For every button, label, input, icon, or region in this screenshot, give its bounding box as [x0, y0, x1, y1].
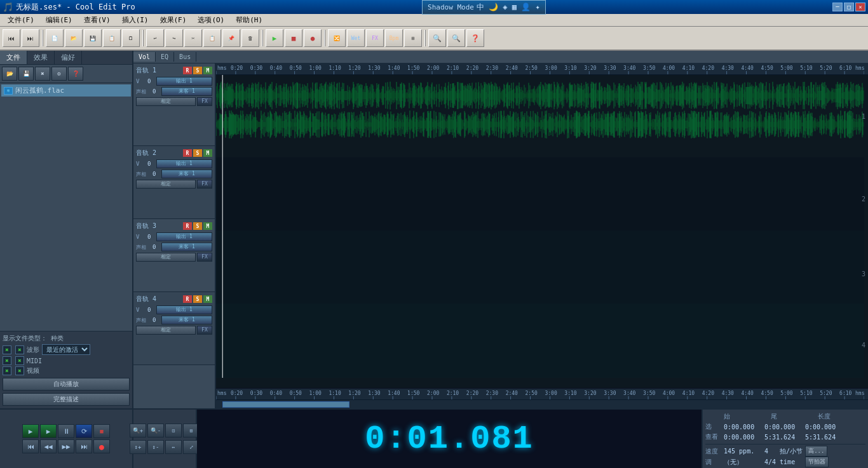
- zoom-out-h-btn[interactable]: 🔍-: [147, 424, 164, 438]
- maximize-button[interactable]: □: [844, 3, 854, 11]
- chord-button[interactable]: 节拍器: [805, 457, 829, 467]
- checkbox-video[interactable]: ✖: [3, 366, 11, 375]
- track-4-m-btn[interactable]: M: [203, 295, 212, 303]
- high-button[interactable]: 高...: [805, 446, 827, 457]
- fast-forward-button[interactable]: ▶▶: [58, 439, 74, 453]
- menu-view[interactable]: 查看(V): [79, 14, 116, 26]
- track-4-settings-btn[interactable]: 相定: [136, 326, 196, 335]
- stop-all-button[interactable]: ■: [93, 424, 110, 438]
- track-2-m-btn[interactable]: M: [203, 149, 212, 157]
- track-1-s-btn[interactable]: S: [193, 67, 202, 74]
- toolbar-open-btn[interactable]: 📂: [65, 29, 83, 47]
- track-1-settings-btn[interactable]: 相定: [136, 97, 196, 106]
- tab-bus[interactable]: Bus: [174, 52, 196, 62]
- toolbar-copy-btn[interactable]: 📋: [203, 29, 221, 47]
- track-1-fx-btn[interactable]: FX: [197, 97, 212, 106]
- track-3-m-btn[interactable]: M: [203, 222, 212, 230]
- track-4-r-btn[interactable]: R: [183, 295, 192, 303]
- toolbar-rewind-btn[interactable]: ⏮: [3, 29, 20, 47]
- track-1-m-btn[interactable]: M: [203, 67, 212, 74]
- checkbox-midi[interactable]: ✖: [3, 356, 11, 365]
- menu-edit[interactable]: 编辑(E): [41, 14, 78, 26]
- horizontal-scrollbar[interactable]: [216, 399, 868, 408]
- track-2-settings-btn[interactable]: 相定: [136, 180, 196, 189]
- track-1-source-btn[interactable]: 来客 1: [161, 87, 212, 96]
- goto-start-button[interactable]: ⏮: [22, 439, 39, 453]
- track-1-r-btn[interactable]: R: [183, 67, 192, 74]
- track-2-fx-btn[interactable]: FX: [197, 180, 212, 189]
- file-item[interactable]: ≋ 闲云孤鹤.flac: [1, 84, 131, 97]
- menu-options[interactable]: 选项(O): [193, 14, 229, 26]
- file-open-btn[interactable]: 📂: [2, 67, 17, 81]
- fade-button[interactable]: 完整描述: [3, 393, 130, 406]
- minimize-button[interactable]: ─: [832, 3, 843, 11]
- toolbar-snap-btn[interactable]: ⊞: [404, 29, 422, 47]
- shadow-mode-bar[interactable]: Shadow Mode 中 🌙 ◈ ▦ 👤 ✦: [422, 0, 546, 15]
- checkbox-midi2[interactable]: ✖: [15, 356, 24, 365]
- toolbar-del-btn[interactable]: 🗑: [241, 29, 259, 47]
- checkbox-video2[interactable]: ✖: [15, 366, 24, 375]
- toolbar-new-btn[interactable]: 📄: [46, 29, 64, 47]
- tab-preferences[interactable]: 偏好: [55, 51, 82, 64]
- checkbox-wave2[interactable]: ✖: [15, 345, 24, 354]
- track-4-source-btn[interactable]: 来客 1: [161, 316, 212, 324]
- toolbar-fx-btn[interactable]: FX: [366, 29, 384, 47]
- toolbar-wet-btn[interactable]: Wet: [347, 29, 365, 47]
- zoom-sel-btn[interactable]: ⊡: [165, 424, 182, 438]
- zoom-in-v-btn[interactable]: ↕+: [130, 440, 146, 454]
- pause-button[interactable]: ⏸: [58, 424, 74, 438]
- track-3-fx-btn[interactable]: FX: [197, 253, 212, 262]
- toolbar-mixin-btn[interactable]: 🔀: [328, 29, 346, 47]
- track-4-fx-btn[interactable]: FX: [197, 326, 212, 335]
- type-wave-dropdown[interactable]: 最近的激活: [42, 344, 90, 355]
- tab-eq[interactable]: EQ: [156, 52, 174, 62]
- tab-effects[interactable]: 效果: [27, 51, 55, 64]
- toolbar-help-btn[interactable]: ❓: [466, 29, 484, 47]
- loop-button[interactable]: ⟳: [76, 424, 92, 438]
- toolbar-save-btn[interactable]: 💾: [84, 29, 102, 47]
- toolbar-cut-btn[interactable]: ✂: [184, 29, 202, 47]
- file-help-btn[interactable]: ❓: [68, 67, 83, 81]
- toolbar-play-btn[interactable]: ▶: [266, 29, 283, 47]
- track-3-source-btn[interactable]: 来客 1: [161, 243, 212, 251]
- toolbar-bpm-btn[interactable]: Bpm: [385, 29, 403, 47]
- close-button[interactable]: ✕: [855, 3, 865, 11]
- file-close-btn[interactable]: ✖: [35, 67, 50, 81]
- toolbar-undo-btn[interactable]: ↩: [146, 29, 164, 47]
- toolbar-save2-btn[interactable]: 📋: [103, 29, 121, 47]
- checkbox-wave[interactable]: ✖: [3, 345, 11, 354]
- goto-end-button[interactable]: ⏭: [76, 439, 92, 453]
- track-2-output-btn[interactable]: 输出 1: [156, 159, 212, 168]
- toolbar-zoom-out-btn[interactable]: 🔍: [447, 29, 465, 47]
- waveform-tracks[interactable]: 1 2 3 4: [216, 75, 868, 388]
- menu-file[interactable]: 文件(F): [3, 14, 39, 26]
- track-4-output-btn[interactable]: 输出 1: [156, 305, 212, 314]
- toolbar-zoom-in-btn[interactable]: 🔍: [428, 29, 446, 47]
- toolbar-save3-btn[interactable]: 🗒: [122, 29, 140, 47]
- menu-insert[interactable]: 插入(I): [117, 14, 154, 26]
- zoom-out-v-btn[interactable]: ↕-: [147, 440, 164, 454]
- track-1-output-btn[interactable]: 输出 1: [156, 77, 212, 86]
- menu-effects[interactable]: 效果(F): [155, 14, 192, 26]
- track-3-r-btn[interactable]: R: [183, 222, 192, 230]
- toolbar-paste-btn[interactable]: 📌: [222, 29, 240, 47]
- zoom-in-h-btn[interactable]: 🔍+: [130, 424, 146, 438]
- track-3-output-btn[interactable]: 输出 1: [156, 232, 212, 241]
- toolbar-stop-btn[interactable]: ■: [285, 29, 302, 47]
- rewind-button[interactable]: ◀◀: [40, 439, 57, 453]
- track-3-s-btn[interactable]: S: [193, 222, 202, 230]
- file-save-btn[interactable]: 💾: [18, 67, 34, 81]
- track-2-r-btn[interactable]: R: [183, 149, 192, 157]
- track-3-settings-btn[interactable]: 相定: [136, 253, 196, 262]
- play2-button[interactable]: ▶: [40, 424, 57, 438]
- play-button[interactable]: ▶: [22, 424, 39, 438]
- toolbar-back-btn[interactable]: ⏭: [22, 29, 39, 47]
- autoplay-button[interactable]: 自动播放: [3, 378, 130, 391]
- record-button[interactable]: ●: [93, 439, 110, 453]
- toolbar-record-btn[interactable]: ●: [304, 29, 322, 47]
- track-4-s-btn[interactable]: S: [193, 295, 202, 303]
- file-props-btn[interactable]: ⚙: [51, 67, 67, 81]
- tab-vol[interactable]: Vol: [133, 52, 156, 62]
- tab-files[interactable]: 文件: [0, 51, 27, 64]
- menu-help[interactable]: 帮助(H): [231, 14, 268, 26]
